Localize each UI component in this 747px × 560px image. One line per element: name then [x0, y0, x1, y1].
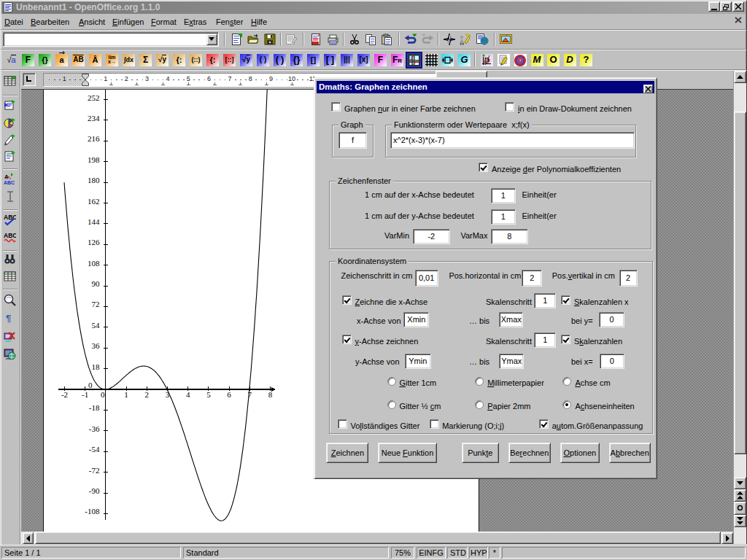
svg-text:126: 126	[88, 238, 100, 246]
svg-text:216: 216	[88, 134, 100, 143]
svg-text:-72: -72	[89, 466, 100, 475]
svg-text:0: 0	[88, 381, 93, 389]
svg-text:72: 72	[92, 300, 100, 308]
svg-text:-2: -2	[61, 390, 68, 399]
svg-text:108: 108	[88, 259, 100, 268]
svg-text:-108: -108	[85, 507, 100, 516]
svg-text:-54: -54	[89, 445, 100, 454]
svg-text:2: 2	[145, 390, 150, 399]
svg-text:4: 4	[186, 390, 190, 399]
svg-text:1: 1	[124, 390, 128, 399]
svg-text:-36: -36	[89, 424, 100, 433]
svg-text:54: 54	[92, 321, 101, 330]
svg-text:-18: -18	[89, 403, 100, 412]
svg-text:-1: -1	[82, 390, 88, 399]
svg-text:198: 198	[88, 155, 100, 164]
svg-text:162: 162	[88, 197, 100, 206]
svg-text:8: 8	[268, 390, 273, 399]
svg-text:234: 234	[88, 114, 100, 122]
svg-text:5: 5	[206, 390, 211, 399]
svg-text:6: 6	[227, 390, 231, 399]
svg-text:18: 18	[92, 362, 101, 371]
svg-text:180: 180	[88, 176, 100, 184]
svg-text:0: 0	[101, 390, 105, 399]
svg-text:144: 144	[88, 217, 100, 226]
svg-text:252: 252	[88, 93, 100, 102]
svg-text:-90: -90	[89, 486, 100, 495]
svg-text:36: 36	[92, 341, 101, 350]
svg-text:90: 90	[92, 279, 101, 288]
